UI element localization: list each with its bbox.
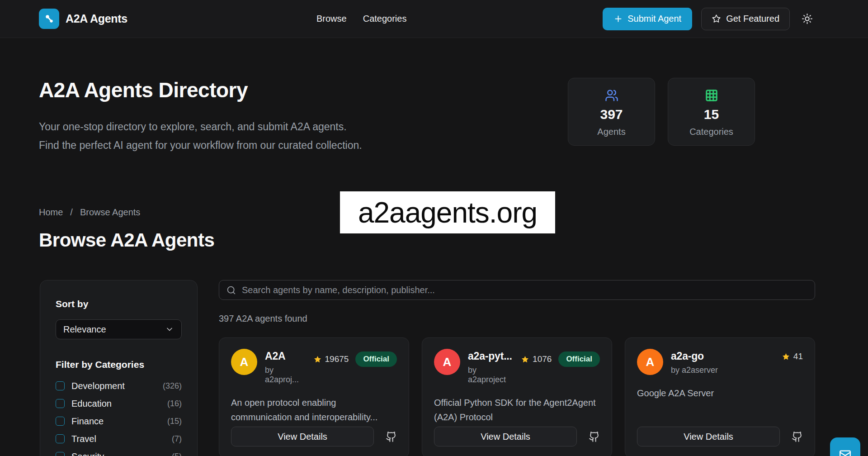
submit-agent-label: Submit Agent — [627, 14, 681, 24]
agent-publisher: by a2aproject — [468, 366, 513, 385]
get-featured-button[interactable]: Get Featured — [701, 8, 790, 30]
card-title-block: a2a-go by a2aserver — [671, 350, 718, 375]
view-details-button[interactable]: View Details — [434, 427, 577, 446]
sort-by-label: Sort by — [56, 299, 182, 309]
category-row-education[interactable]: Education (16) — [56, 398, 182, 409]
hero-subtitle: Your one-stop directory to explore, sear… — [39, 118, 362, 155]
checkbox-development[interactable] — [56, 381, 65, 390]
category-row-finance[interactable]: Finance (15) — [56, 415, 182, 427]
hero-title: A2A Agents Directory — [39, 78, 362, 102]
card-title-block: A2A by a2aproj... — [265, 350, 306, 385]
breadcrumb-current: Browse Agents — [80, 207, 140, 218]
get-featured-label: Get Featured — [726, 14, 779, 24]
sort-select[interactable]: Relevance — [56, 319, 182, 339]
main-content: Sort by Relevance Filter by Categories D… — [0, 251, 868, 456]
card-title-block: a2a-pyt... by a2aproject — [468, 350, 513, 385]
view-details-button[interactable]: View Details — [637, 427, 780, 446]
github-icon[interactable] — [386, 431, 397, 442]
agent-card-a2a-python: A a2a-pyt... by a2aproject 1076 Official — [422, 337, 612, 456]
grid-icon — [705, 89, 718, 102]
nav-link-browse[interactable]: Browse — [316, 14, 347, 24]
category-name: Finance — [71, 416, 167, 427]
star-icon — [521, 355, 529, 364]
brand-name: A2A Agents — [66, 12, 127, 25]
mail-icon — [839, 449, 851, 456]
star-count: 41 — [793, 352, 803, 361]
agent-description: Google A2A Server — [637, 386, 803, 400]
star-count: 1076 — [533, 354, 552, 364]
star-outline-icon — [712, 14, 721, 24]
plus-icon — [613, 14, 623, 24]
brand[interactable]: A2A Agents — [39, 9, 127, 29]
card-header-right: 1076 Official — [521, 352, 600, 367]
card-header: A a2a-go by a2aserver 41 — [637, 349, 803, 375]
agent-title[interactable]: a2a-pyt... — [468, 350, 513, 362]
chevron-down-icon — [165, 325, 174, 334]
checkbox-security[interactable] — [56, 452, 65, 456]
official-badge: Official — [355, 352, 397, 367]
card-footer: View Details — [637, 427, 803, 446]
view-details-button[interactable]: View Details — [231, 427, 374, 446]
category-row-development[interactable]: Development (326) — [56, 380, 182, 392]
star-rating: 41 — [782, 352, 803, 361]
checkbox-finance[interactable] — [56, 417, 65, 426]
avatar: A — [434, 349, 460, 375]
sort-select-value: Relevance — [63, 324, 106, 335]
search-icon — [226, 285, 236, 295]
hero-subtitle-line1: Your one-stop directory to explore, sear… — [39, 118, 362, 136]
agent-card-a2a: A A2A by a2aproj... 19675 Official — [219, 337, 409, 456]
avatar: A — [637, 349, 663, 375]
category-count: (7) — [172, 434, 182, 444]
category-count: (326) — [163, 381, 182, 391]
avatar: A — [231, 349, 257, 375]
breadcrumb-separator: / — [70, 207, 73, 218]
chat-mail-button[interactable] — [830, 437, 860, 456]
card-header: A a2a-pyt... by a2aproject 1076 Official — [434, 349, 600, 385]
stat-value-agents: 397 — [600, 107, 623, 122]
star-icon — [313, 355, 322, 364]
category-name: Travel — [71, 434, 172, 444]
watermark-a2aagents-org: a2aagents.org — [340, 191, 555, 233]
results-count: 397 A2A agents found — [219, 314, 815, 324]
search-bar — [219, 280, 815, 300]
checkbox-education[interactable] — [56, 399, 65, 408]
hero-text: A2A Agents Directory Your one-stop direc… — [39, 78, 362, 155]
card-header-right: 19675 Official — [313, 352, 397, 367]
checkbox-travel[interactable] — [56, 434, 65, 443]
category-count: (15) — [167, 417, 182, 426]
agent-card-a2a-go: A a2a-go by a2aserver 41 Goo — [625, 337, 815, 456]
filter-by-categories-label: Filter by Categories — [56, 359, 182, 370]
stat-card-categories: 15 Categories — [668, 78, 755, 146]
link-nodes-icon — [43, 13, 55, 25]
card-header-right: 41 — [782, 352, 803, 361]
stat-label-categories: Categories — [689, 127, 733, 137]
agent-publisher: by a2aserver — [671, 366, 718, 375]
breadcrumb-home[interactable]: Home — [39, 207, 63, 218]
agent-description: An open protocol enabling communication … — [231, 395, 397, 424]
submit-agent-button[interactable]: Submit Agent — [603, 8, 692, 30]
card-footer: View Details — [231, 427, 397, 446]
hero-section: A2A Agents Directory Your one-stop direc… — [0, 38, 868, 155]
nav-link-categories[interactable]: Categories — [363, 14, 407, 24]
category-row-security[interactable]: Security (5) — [56, 451, 182, 456]
github-icon[interactable] — [792, 431, 803, 442]
agents-grid: A A2A by a2aproj... 19675 Official — [219, 337, 815, 456]
agent-title[interactable]: a2a-go — [671, 350, 718, 362]
stat-value-categories: 15 — [704, 107, 719, 122]
card-footer: View Details — [434, 427, 600, 446]
category-name: Development — [71, 381, 163, 391]
star-icon — [782, 352, 790, 361]
category-filter-list: Development (326) Education (16) Finance… — [56, 380, 182, 456]
category-count: (16) — [167, 399, 182, 408]
github-icon[interactable] — [589, 431, 600, 442]
agent-title[interactable]: A2A — [265, 350, 306, 362]
category-name: Education — [71, 399, 167, 409]
stat-card-agents: 397 Agents — [568, 78, 655, 146]
card-header: A A2A by a2aproj... 19675 Official — [231, 349, 397, 385]
search-input[interactable] — [242, 285, 807, 295]
results-column: 397 A2A agents found A A2A by a2aproj... — [219, 280, 815, 456]
category-name: Security — [71, 451, 172, 456]
theme-toggle-sun-icon[interactable] — [802, 13, 813, 24]
app-logo — [39, 9, 59, 29]
category-row-travel[interactable]: Travel (7) — [56, 433, 182, 445]
